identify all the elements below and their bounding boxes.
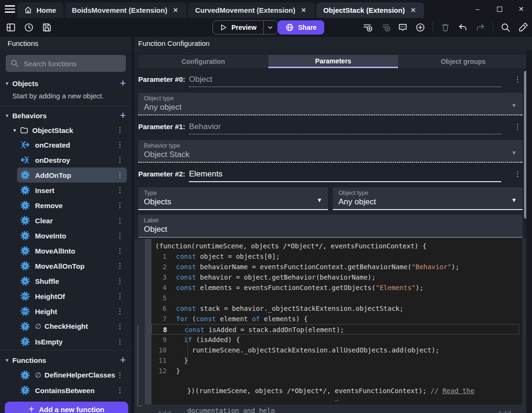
kebab-menu-icon[interactable]: ⋮ [115, 371, 125, 379]
panels-icon[interactable] [6, 22, 16, 33]
tab-boidsmovement[interactable]: BoidsMovement (Extension)✕ [65, 2, 187, 18]
kebab-menu-icon[interactable]: ⋮ [115, 231, 125, 240]
collapse-arrow-icon[interactable]: ▼ [5, 358, 11, 363]
kebab-menu-icon[interactable]: ⋮ [115, 292, 125, 300]
trash-icon[interactable] [440, 22, 451, 33]
add-new-function-button[interactable]: + Add a new function [5, 402, 128, 413]
main-menu-icon[interactable] [5, 5, 15, 13]
kebab-menu-icon[interactable]: ⋮ [115, 186, 125, 194]
code-line-2[interactable]: 2const behaviorName = eventsFunctionCont… [151, 262, 519, 272]
search-functions-box[interactable] [6, 55, 126, 72]
label-text-field[interactable]: LabelObject [138, 215, 523, 237]
kebab-menu-icon[interactable]: ⋮ [115, 337, 125, 346]
add-behavior-button[interactable]: + [120, 111, 126, 120]
edit-scene-icon[interactable] [518, 22, 528, 33]
preview-options-button[interactable] [263, 21, 277, 34]
behaviors-section-header[interactable]: ▼ Behaviors + [0, 108, 132, 123]
code-line-9[interactable]: 9 if (isAdded) { [151, 334, 519, 345]
documentation-link[interactable]: Read the [443, 387, 474, 395]
behavior-folder-objectstack[interactable]: ▼ ObjectStack ⋮ [0, 123, 132, 137]
history-icon[interactable] [24, 22, 34, 33]
kebab-menu-icon[interactable]: ⋮ [115, 386, 125, 395]
function-item-containsbetween[interactable]: ?ContainsBetween⋮ [17, 383, 127, 398]
tab-configuration[interactable]: Configuration [138, 55, 268, 68]
kebab-menu-icon[interactable]: ⋮ [115, 277, 125, 285]
parameter-name-field[interactable]: Behavior [189, 122, 501, 134]
function-item-checkheight[interactable]: ?∅CheckHeight⋮ [17, 319, 127, 334]
code-line-1[interactable]: 1const object = objects[0]; [151, 251, 519, 262]
code-block-drag-handle[interactable] [145, 239, 151, 404]
code-line-7[interactable]: 7for (const element of elements) { [151, 314, 519, 324]
save-icon[interactable] [42, 22, 52, 33]
code-line-5[interactable]: 5 [151, 293, 519, 303]
tab-object-groups[interactable]: Object groups [398, 55, 528, 68]
function-item-ondestroy[interactable]: onDestroy⋮ [17, 152, 127, 167]
search-functions-input[interactable] [23, 59, 121, 68]
tab-curvedmovement[interactable]: CurvedMovement (Extension)✕ [188, 2, 315, 18]
kebab-menu-icon[interactable]: ⋮ [513, 75, 523, 84]
kebab-menu-icon[interactable]: ⋮ [115, 262, 125, 270]
function-item-oncreated[interactable]: onCreated⋮ [17, 137, 127, 152]
kebab-menu-icon[interactable]: ⋮ [115, 201, 125, 210]
tab-objectstack[interactable]: ObjectStack (Extension)✕ [316, 2, 424, 18]
function-item-clear[interactable]: »Clear⋮ [17, 213, 127, 228]
function-item-heightof[interactable]: f(x)HeightOf⋮ [17, 289, 127, 304]
function-item-definehelperclasses[interactable]: »∅DefineHelperClasses⋮ [17, 368, 127, 383]
add-action-link[interactable]: Add [497, 409, 511, 413]
add-subevent-icon[interactable] [380, 22, 390, 33]
close-icon[interactable]: ✕ [300, 6, 308, 15]
function-item-addontop[interactable]: »AddOnTop⋮ [17, 167, 127, 183]
kebab-menu-icon[interactable]: ⋮ [115, 141, 125, 149]
tab-home[interactable]: Home [17, 2, 63, 18]
add-condition-link[interactable]: Add [157, 409, 171, 413]
redo-icon[interactable] [475, 22, 486, 33]
close-button[interactable]: ✕ [510, 0, 532, 18]
search-icon[interactable] [500, 22, 511, 33]
collapse-caret-icon[interactable]: ︿ [334, 396, 339, 404]
function-item-height[interactable]: f(x)Height⋮ [17, 304, 127, 319]
javascript-code-editor[interactable]: (function(runtimeScene, objects /*Object… [151, 239, 522, 404]
collapse-arrow-icon[interactable]: ▼ [12, 128, 20, 133]
select-object-type[interactable]: Object typeAny object▼ [333, 187, 523, 210]
code-line-8[interactable]: 8 const isAdded = stack.addOnTop(element… [151, 324, 519, 334]
code-line-4[interactable]: 4const elements = eventsFunctionContext.… [151, 282, 519, 293]
kebab-menu-icon[interactable]: ⋮ [115, 322, 125, 331]
function-item-isempty[interactable]: ?IsEmpty⋮ [17, 334, 127, 349]
code-line-11[interactable]: 11 } [151, 355, 519, 366]
objects-section-header[interactable]: ▼ Objects + [0, 76, 132, 91]
select-type[interactable]: TypeObjects▼ [138, 187, 328, 210]
share-button[interactable]: Share [278, 20, 324, 35]
function-item-moveallontop[interactable]: »MoveAllOnTop⋮ [17, 258, 127, 273]
code-line-3[interactable]: 3const behavior = object.getBehavior(beh… [151, 272, 519, 282]
add-circle-icon[interactable] [415, 22, 426, 33]
code-line-10[interactable]: 10 runtimeScene._objectStackExtension.al… [151, 345, 519, 355]
collapse-arrow-icon[interactable]: ▼ [5, 81, 11, 86]
function-item-remove[interactable]: »Remove⋮ [17, 198, 127, 213]
kebab-menu-icon[interactable]: ⋮ [115, 126, 125, 134]
tab-parameters[interactable]: Parameters [268, 55, 399, 68]
kebab-menu-icon[interactable]: ⋮ [115, 246, 125, 255]
close-icon[interactable]: ✕ [409, 6, 417, 15]
comment-icon[interactable] [398, 22, 408, 33]
function-item-moveallinto[interactable]: »MoveAllInto⋮ [17, 243, 127, 258]
kebab-menu-icon[interactable]: ⋮ [115, 156, 125, 164]
function-item-shuffle[interactable]: »Shuffle⋮ [17, 273, 127, 289]
kebab-menu-icon[interactable]: ⋮ [513, 123, 523, 131]
parameter-name-field[interactable]: Object [189, 75, 501, 87]
undo-icon[interactable] [458, 22, 468, 33]
code-line-12[interactable]: 12} [151, 366, 519, 376]
maximize-button[interactable] [488, 0, 510, 18]
function-item-moveinto[interactable]: »MoveInto⋮ [17, 228, 127, 243]
kebab-menu-icon[interactable]: ⋮ [115, 171, 125, 179]
collapse-arrow-icon[interactable]: ▼ [5, 113, 11, 118]
kebab-menu-icon[interactable]: ⋮ [115, 307, 125, 316]
minimize-button[interactable]: – [467, 0, 488, 18]
function-item-insert[interactable]: »Insert⋮ [17, 183, 127, 198]
functions-section-header[interactable]: ▼ Functions + [0, 352, 132, 368]
add-function-plus-button[interactable]: + [120, 355, 126, 365]
add-object-button[interactable]: + [120, 79, 126, 88]
code-line-6[interactable]: 6const stack = behavior._objectStackExte… [151, 303, 519, 314]
close-icon[interactable]: ✕ [171, 6, 179, 15]
preview-button[interactable]: Preview [213, 21, 263, 34]
kebab-menu-icon[interactable]: ⋮ [115, 216, 125, 225]
